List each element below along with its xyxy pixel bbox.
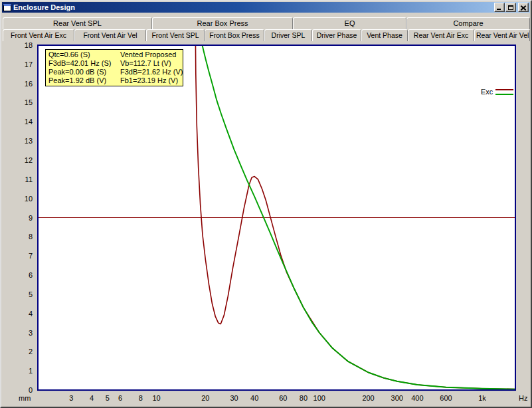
minimize-icon xyxy=(497,9,501,10)
parameters-info-box: Qtc=0.66 (S) F3dB=42.01 Hz (S) Peak=0.00… xyxy=(45,49,183,86)
x-tick-label: 400 xyxy=(411,394,423,402)
y-tick-label: 17 xyxy=(25,60,33,68)
close-icon xyxy=(520,5,527,11)
title-bar[interactable]: Enclosure Design xyxy=(2,2,530,13)
y-tick-label: 3 xyxy=(29,329,33,337)
chart-legend: Exc xyxy=(481,88,513,96)
info-line-fb1: Fb1=23.19 Hz (V) xyxy=(120,76,183,85)
legend-label: Exc xyxy=(481,88,493,96)
y-tick-label: 14 xyxy=(25,118,33,126)
x-tick-label: 100 xyxy=(313,394,325,402)
tab-row-2: Front Vent Air ExcFront Vent Air VelFron… xyxy=(3,29,529,41)
x-tick-label: 300 xyxy=(391,394,403,402)
x-axis-unit-label: Hz xyxy=(519,394,527,402)
info-line-peak-vented: Peak=1.92 dB (V) xyxy=(48,76,116,85)
tab-rear-box-press[interactable]: Rear Box Press xyxy=(152,17,293,29)
y-tick-label: 9 xyxy=(29,214,33,222)
x-tick-label: 80 xyxy=(300,394,308,402)
tab-front-box-press[interactable]: Front Box Press xyxy=(205,29,264,41)
window-controls xyxy=(494,3,529,12)
x-tick-label: 4 xyxy=(90,394,94,402)
vented-series-legend-line xyxy=(495,89,513,90)
sealed-series-legend-line xyxy=(495,94,513,95)
info-line-vb: Vb=112.7 Lt (V) xyxy=(120,59,183,68)
y-tick-label: 1 xyxy=(29,367,33,375)
x-tick-label: 1k xyxy=(478,394,486,402)
tab-driver-phase[interactable]: Driver Phase xyxy=(312,29,361,41)
y-tick-label: 6 xyxy=(29,271,33,279)
x-tick-label: 200 xyxy=(362,394,374,402)
tab-front-vent-spl[interactable]: Front Vent SPL xyxy=(146,29,205,41)
y-tick-label: 16 xyxy=(25,80,33,88)
x-tick-label: 3 xyxy=(69,394,73,402)
y-tick-label: 12 xyxy=(25,156,33,164)
legend-lines xyxy=(495,89,513,95)
y-tick-label: 15 xyxy=(25,99,33,107)
close-button[interactable] xyxy=(518,3,529,12)
tab-compare[interactable]: Compare xyxy=(406,17,530,29)
info-line-qtc: Qtc=0.66 (S) xyxy=(48,51,116,59)
enclosure-design-window: Enclosure Design Rear Vent SPLRear Box P… xyxy=(0,0,532,408)
excursion-chart: 345681020304060801002003004006001k012345… xyxy=(1,41,531,407)
x-tick-label: 40 xyxy=(250,394,258,402)
chart-panel: 345681020304060801002003004006001k012345… xyxy=(1,41,531,407)
tab-front-vent-air-vel[interactable]: Front Vent Air Vel xyxy=(74,29,146,41)
tab-row-1: Rear Vent SPLRear Box PressEQCompare xyxy=(3,17,529,29)
info-line-f3db-sealed: F3dB=42.01 Hz (S) xyxy=(48,59,116,68)
tab-rear-vent-air-vel[interactable]: Rear Vent Air Vel xyxy=(474,29,530,41)
maximize-icon xyxy=(508,5,513,10)
x-tick-label: 6 xyxy=(118,394,122,402)
minimize-button[interactable] xyxy=(494,3,505,12)
y-tick-label: 4 xyxy=(29,310,33,318)
y-tick-label: 2 xyxy=(29,348,33,356)
x-tick-label: 20 xyxy=(201,394,209,402)
info-box-left-column: Qtc=0.66 (S) F3dB=42.01 Hz (S) Peak=0.00… xyxy=(48,51,116,85)
y-tick-label: 13 xyxy=(25,137,33,145)
x-tick-label: 600 xyxy=(440,394,452,402)
x-tick-label: 10 xyxy=(152,394,160,402)
app-icon xyxy=(3,4,11,11)
info-line-f3db-vented: F3dB=21.62 Hz (V) xyxy=(120,68,183,76)
x-tick-label: 30 xyxy=(230,394,238,402)
tab-front-vent-air-exc[interactable]: Front Vent Air Exc xyxy=(3,29,74,41)
tab-driver-spl[interactable]: Driver SPL xyxy=(264,29,312,41)
tab-strip: Rear Vent SPLRear Box PressEQCompare Fro… xyxy=(1,13,531,41)
y-tick-label: 8 xyxy=(29,233,33,241)
y-tick-label: 18 xyxy=(25,41,33,49)
window-title: Enclosure Design xyxy=(13,3,492,11)
tab-rear-vent-spl[interactable]: Rear Vent SPL xyxy=(3,17,152,29)
y-tick-label: 11 xyxy=(25,175,33,183)
tab-eq[interactable]: EQ xyxy=(293,17,406,29)
info-box-right-column: Vented Proposed Vb=112.7 Lt (V) F3dB=21.… xyxy=(120,51,183,85)
y-tick-label: 5 xyxy=(29,290,33,298)
x-tick-label: 8 xyxy=(139,394,143,402)
tab-rear-vent-air-exc[interactable]: Rear Vent Air Exc xyxy=(408,29,474,41)
maximize-button[interactable] xyxy=(505,3,516,12)
y-tick-label: 7 xyxy=(29,252,33,260)
x-tick-label: 60 xyxy=(279,394,287,402)
y-tick-label: 10 xyxy=(25,195,33,203)
info-line-peak-sealed: Peak=0.00 dB (S) xyxy=(48,68,116,76)
info-line-vented-proposed: Vented Proposed xyxy=(120,51,183,59)
y-axis-unit-label: mm xyxy=(19,394,31,402)
y-tick-label: 0 xyxy=(29,386,33,394)
x-tick-label: 5 xyxy=(106,394,110,402)
tab-vent-phase[interactable]: Vent Phase xyxy=(361,29,408,41)
